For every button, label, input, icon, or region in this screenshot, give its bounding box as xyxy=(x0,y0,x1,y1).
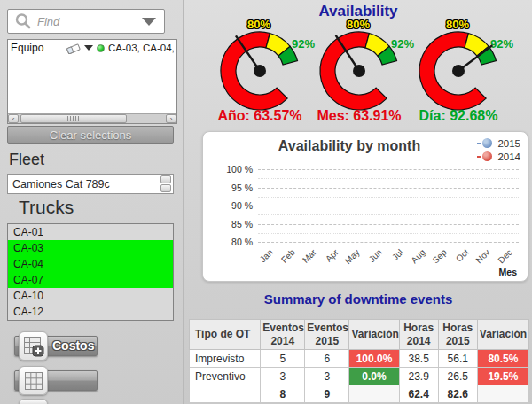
y-axis-tick-label: 90 % xyxy=(215,200,253,211)
truck-item-ca-04[interactable]: CA-04 xyxy=(8,256,173,272)
fleet-select[interactable]: Camiones Cat 789c xyxy=(7,174,174,194)
summary-header-cell: Eventos 2014 xyxy=(261,320,305,350)
horas-2014-cell: 23.9 xyxy=(399,368,438,385)
x-axis-month-label: Aug xyxy=(402,247,427,273)
legend-marker-icon xyxy=(482,138,492,148)
scrollbar-thumb[interactable] xyxy=(20,114,127,123)
x-axis-month-label: Feb xyxy=(271,247,297,273)
summary-header-cell: Variación xyxy=(477,320,528,350)
tipo-cell: Preventivo xyxy=(190,368,261,385)
spin-up-button[interactable] xyxy=(160,175,171,183)
equipo-horizontal-scrollbar[interactable]: ‹ › xyxy=(8,113,176,123)
fleet-spin-buttons[interactable] xyxy=(160,175,171,192)
equipo-listbox-header[interactable]: Equipo CA-03, CA-04, C xyxy=(8,40,176,56)
equipo-listbox: Equipo CA-03, CA-04, C ‹ › xyxy=(7,39,177,124)
trucks-list: CA-01CA-03CA-04CA-07CA-10CA-12 xyxy=(7,223,174,321)
truck-item-ca-07[interactable]: CA-07 xyxy=(8,272,173,288)
fleet-heading: Fleet xyxy=(9,151,44,169)
totals-empty-cell xyxy=(477,385,528,403)
gauge-dial xyxy=(387,25,529,113)
availability-by-month-chart[interactable]: Availability by month 20152014 Mes 100 %… xyxy=(202,131,528,282)
summary-header-cell: Tipo de OT xyxy=(190,320,261,350)
scroll-right-arrow-icon[interactable]: › xyxy=(166,114,176,123)
legend-line-icon xyxy=(477,156,481,158)
search-icon xyxy=(14,12,32,30)
minor-gridline xyxy=(258,214,519,215)
grid-view-icon[interactable] xyxy=(19,366,48,395)
summary-header-cell: Variación xyxy=(349,320,399,350)
major-gridline xyxy=(258,242,519,243)
equipo-field-label[interactable]: Equipo xyxy=(11,42,66,54)
minor-gridline xyxy=(258,197,519,198)
search-dropdown-icon[interactable] xyxy=(142,18,156,26)
x-axis-month-label: Sep xyxy=(423,247,449,273)
x-axis-month-label: Oct xyxy=(445,247,471,273)
summary-row-imprevisto: Imprevisto56100.0%38.556.180.5% xyxy=(190,350,529,368)
scroll-left-arrow-icon[interactable]: ‹ xyxy=(8,114,19,123)
horas-2015-cell: 56.1 xyxy=(438,350,477,368)
summary-header-cell: Eventos 2015 xyxy=(305,320,349,350)
tipo-cell: Imprevisto xyxy=(190,350,261,368)
y-axis-tick-label: 95 % xyxy=(215,183,253,193)
x-axis-month-label: Apr xyxy=(315,247,340,273)
search-box[interactable]: Find xyxy=(7,9,165,34)
variacion-eventos-cell: 100.0% xyxy=(349,350,399,368)
summary-header-cell: Horas 2015 xyxy=(438,320,477,350)
summary-row-preventivo: Preventivo330.0%23.926.519.5% xyxy=(190,368,529,385)
legend-item-2014: 2014 xyxy=(477,150,520,163)
sidebar: Find Equipo CA-03, CA-04, C ‹ xyxy=(0,0,184,404)
totals-horas-2014: 62.4 xyxy=(399,385,438,403)
gauge-value-label: Día: 92.68% xyxy=(387,108,529,124)
major-gridline xyxy=(258,224,519,225)
eventos-2015-cell: 6 xyxy=(305,350,349,368)
equipo-selection-text: CA-03, CA-04, C xyxy=(108,43,174,53)
eventos-2015-cell: 3 xyxy=(305,368,349,385)
truck-item-ca-12[interactable]: CA-12 xyxy=(8,304,173,320)
clear-selections-button[interactable]: Clear selections xyxy=(7,126,174,144)
variacion-horas-cell: 19.5% xyxy=(477,368,528,385)
scrollbar-track[interactable] xyxy=(19,114,166,123)
summary-totals-row: 8962.482.6 xyxy=(190,385,529,403)
legend-marker-icon xyxy=(482,152,492,161)
truck-item-ca-03[interactable]: CA-03 xyxy=(8,240,173,256)
totals-empty-cell xyxy=(190,385,261,403)
x-axis-month-label: May xyxy=(336,247,362,273)
equipo-list-body[interactable] xyxy=(8,56,176,113)
truck-item-ca-10[interactable]: CA-10 xyxy=(8,288,173,304)
x-axis-month-label: Nov xyxy=(466,247,492,273)
x-axis-name: Mes xyxy=(499,267,517,277)
x-axis-month-label: Jul xyxy=(379,247,405,273)
variacion-eventos-cell: 0.0% xyxy=(349,368,399,385)
scrollbar-grip xyxy=(67,116,79,121)
minor-gridline xyxy=(258,233,519,234)
minor-gridline xyxy=(258,178,519,179)
legend-label: 2014 xyxy=(497,152,520,162)
truck-item-ca-01[interactable]: CA-01 xyxy=(8,224,173,240)
horas-2014-cell: 38.5 xyxy=(399,350,438,368)
eventos-2014-cell: 3 xyxy=(261,368,305,385)
legend-label: 2015 xyxy=(497,138,520,149)
major-gridline xyxy=(258,206,519,206)
costos-button-label: Costos xyxy=(52,338,94,353)
chart-legend: 20152014 xyxy=(477,136,520,163)
partial-button-icon[interactable] xyxy=(19,399,48,404)
major-gridline xyxy=(258,169,519,170)
fleet-selected-value: Camiones Cat 789c xyxy=(12,178,160,190)
y-axis-tick-label: 80 % xyxy=(215,237,253,247)
eraser-icon[interactable] xyxy=(66,43,82,54)
dashboard-root: Find Equipo CA-03, CA-04, C ‹ xyxy=(0,0,532,404)
selection-indicator-icon xyxy=(97,44,105,52)
totals-eventos-2015: 9 xyxy=(305,385,349,403)
summary-header-cell: Horas 2014 xyxy=(399,320,438,350)
totals-eventos-2014: 8 xyxy=(261,385,305,403)
downtime-summary-table[interactable]: Tipo de OTEventos 2014Eventos 2015Variac… xyxy=(189,319,529,403)
totals-horas-2015: 82.6 xyxy=(438,385,477,403)
costos-grid-plus-icon[interactable] xyxy=(19,331,48,361)
horas-2015-cell: 26.5 xyxy=(438,368,477,385)
spin-down-button[interactable] xyxy=(160,184,171,192)
summary-title: Summary of downtime events xyxy=(186,291,530,307)
x-axis-month-label: Jan xyxy=(249,247,275,273)
y-axis-tick-label: 85 % xyxy=(215,219,253,229)
legend-item-2015: 2015 xyxy=(477,136,520,150)
equipo-dropdown-icon[interactable] xyxy=(84,45,93,50)
